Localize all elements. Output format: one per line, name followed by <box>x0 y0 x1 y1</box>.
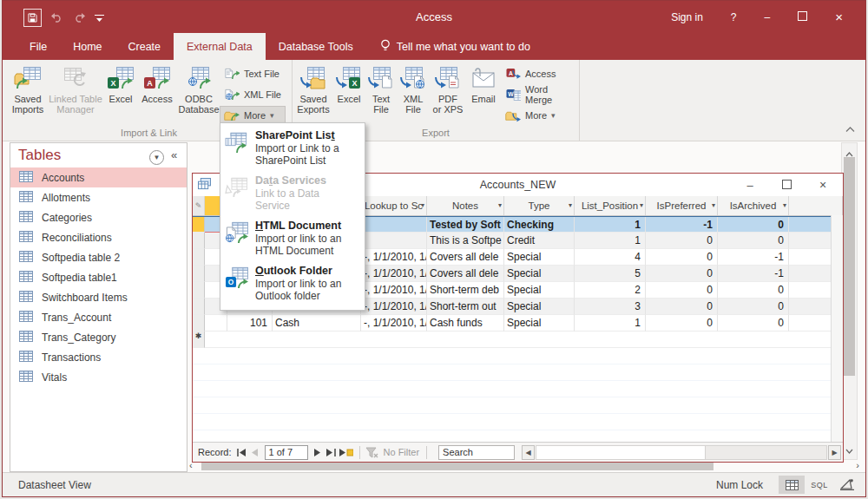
scroll-down-icon[interactable] <box>842 442 857 457</box>
cell-archived[interactable]: 0 <box>718 233 789 249</box>
cell-type[interactable] <box>504 332 575 348</box>
cell-archived[interactable]: 0 <box>718 299 789 315</box>
cell-archived[interactable]: 0 <box>718 217 789 233</box>
odbc-database-button[interactable]: ODBCDatabase <box>176 62 221 125</box>
cell-position[interactable] <box>575 332 646 348</box>
nav-pane-menu-icon[interactable]: ▼ <box>149 150 164 165</box>
cell-position[interactable]: 2 <box>575 282 646 299</box>
vertical-scroll-thumb[interactable] <box>844 157 855 376</box>
next-record-icon[interactable] <box>312 445 325 459</box>
cell-type[interactable]: Special <box>504 299 575 315</box>
saved-imports-button[interactable]: SavedImports <box>8 62 48 125</box>
tab-create[interactable]: Create <box>115 33 174 60</box>
new-record-row[interactable]: ✱ <box>193 332 843 348</box>
sidebar-item-allotments[interactable]: Allotments <box>10 187 187 207</box>
cell-type[interactable]: Special <box>504 266 575 282</box>
cell-notes[interactable]: Short-term out <box>427 299 504 315</box>
column-header-lookup-to-sc[interactable]: Lookup to Sc▾ <box>361 196 427 215</box>
sidebar-item-transactions[interactable]: Transactions <box>10 347 187 367</box>
cell-position[interactable]: 4 <box>575 249 646 266</box>
access-button[interactable]: AAccess <box>138 62 176 125</box>
sidebar-item-trans-category[interactable]: Trans_Category <box>10 327 187 347</box>
column-filter-icon[interactable]: ▾ <box>421 201 424 209</box>
cell-position[interactable]: 1 <box>575 315 646 332</box>
cell-id[interactable]: 101 <box>227 315 273 332</box>
sidebar-item-softpedia-table1[interactable]: Softpedia table1 <box>10 267 187 287</box>
redo-icon[interactable] <box>72 10 87 26</box>
column-filter-icon[interactable]: ▾ <box>712 201 715 209</box>
cell-preferred[interactable]: 0 <box>646 299 718 315</box>
tell-me-box[interactable]: Tell me what you want to do <box>370 33 541 60</box>
cell-lookup[interactable]: -, 1/1/2010, 1/1 <box>361 249 427 266</box>
doc-scroll-left-icon[interactable]: ◀ <box>522 445 535 460</box>
cell-archived[interactable]: 0 <box>718 282 789 299</box>
cell-selector[interactable] <box>193 266 205 282</box>
cell-notes[interactable]: Cash funds <box>427 315 504 332</box>
sidebar-item-accounts[interactable]: Accounts <box>10 167 187 187</box>
cell-preferred[interactable]: 0 <box>646 266 718 282</box>
table-row[interactable]: 101Cash-, 1/1/2010, 1/1Cash fundsSpecial… <box>193 315 843 332</box>
more-button[interactable]: More▾ <box>501 106 579 125</box>
cell-type[interactable]: Special <box>504 315 575 332</box>
access-button[interactable]: AAccess <box>501 64 579 83</box>
cell-notes[interactable]: Tested by Soft <box>427 217 504 233</box>
cell-lookup[interactable]: -, 1/1/2010, 1/1 <box>361 282 427 299</box>
column-header-ispreferred[interactable]: IsPreferred▾ <box>646 196 718 215</box>
cell-archived[interactable] <box>718 332 789 348</box>
column-filter-icon[interactable]: ▾ <box>498 201 502 209</box>
collapse-ribbon-icon[interactable] <box>845 121 855 136</box>
sidebar-item-trans-account[interactable]: Trans_Account <box>10 307 187 327</box>
cell-highlight[interactable] <box>205 332 227 348</box>
column-filter-icon[interactable]: ▾ <box>640 201 643 209</box>
cell-selector[interactable] <box>193 217 205 233</box>
maximize-button[interactable] <box>784 11 821 23</box>
column-header-list-position[interactable]: List_Position▾ <box>575 196 646 215</box>
cell-notes[interactable]: Short-term deb <box>427 282 504 299</box>
undo-icon[interactable] <box>49 10 64 26</box>
search-input[interactable] <box>438 445 515 460</box>
cell-lookup[interactable]: -, 1/1/2010, 1/1 <box>361 315 427 332</box>
sign-in-link[interactable]: Sign in <box>657 11 717 23</box>
pdf-or-xps-button[interactable]: PDFor XPS <box>430 62 466 125</box>
cell-position[interactable]: 1 <box>575 217 646 233</box>
cell-archived[interactable]: -1 <box>718 249 789 266</box>
cell-name[interactable] <box>273 332 361 348</box>
column-header-isarchived[interactable]: IsArchived▾ <box>718 196 789 215</box>
new-record-icon[interactable] <box>338 445 355 459</box>
doc-vertical-scrollbar[interactable] <box>831 215 843 442</box>
cell-lookup[interactable]: -, 1/1/2010, 1/1 <box>361 299 427 315</box>
excel-button[interactable]: XExcel <box>103 62 138 125</box>
sidebar-item-vitals[interactable]: Vitals <box>10 367 187 387</box>
cell-highlight[interactable] <box>205 315 227 332</box>
cell-notes[interactable] <box>427 332 504 348</box>
doc-horizontal-scrollbar[interactable]: ◀ ▶ <box>522 445 841 460</box>
cell-position[interactable]: 3 <box>575 299 646 315</box>
help-icon[interactable]: ? <box>717 11 751 23</box>
sidebar-item-softpedia-table-2[interactable]: Softpedia table 2 <box>10 247 187 267</box>
sql-view-icon[interactable]: SQL <box>806 476 832 494</box>
datasheet-view-icon[interactable] <box>779 476 805 494</box>
cell-preferred[interactable]: 0 <box>646 282 718 299</box>
design-view-icon[interactable] <box>834 476 860 494</box>
cell-archived[interactable]: -1 <box>718 266 789 282</box>
excel-button[interactable]: XExcel <box>332 62 365 125</box>
customize-qat-icon[interactable] <box>95 10 104 26</box>
doc-scroll-right-icon[interactable]: ▶ <box>828 445 841 460</box>
menu-item-html-document[interactable]: HTML DocumentImport or link to anHTML Do… <box>220 216 365 261</box>
cell-selector[interactable] <box>193 282 205 299</box>
cell-selector[interactable] <box>193 249 205 266</box>
scroll-right-icon[interactable]: › <box>856 460 859 470</box>
cell-type[interactable]: Special <box>504 249 575 266</box>
save-icon[interactable] <box>23 9 42 27</box>
cell-name[interactable]: Cash <box>273 315 361 332</box>
menu-item-outlook-folder[interactable]: OOutlook FolderImport or link to anOutlo… <box>220 261 365 306</box>
cell-preferred[interactable]: 0 <box>646 233 718 249</box>
sidebar-item-reconciliations[interactable]: Reconciliations <box>10 227 187 247</box>
cell-selector[interactable] <box>193 315 205 332</box>
cell-selector[interactable] <box>193 233 205 249</box>
cell-type[interactable]: Checking <box>504 217 575 233</box>
cell-position[interactable]: 5 <box>575 266 646 282</box>
cell-type[interactable]: Special <box>504 282 575 299</box>
cell-id[interactable] <box>227 332 273 348</box>
cell-preferred[interactable]: -1 <box>646 217 718 233</box>
